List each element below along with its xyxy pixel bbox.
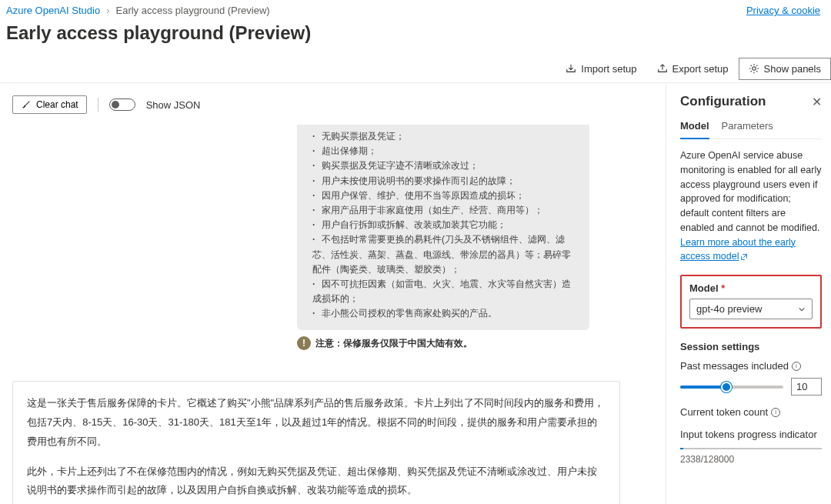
session-settings-title: Session settings xyxy=(680,341,822,352)
token-count-label: Current token count i xyxy=(680,406,822,418)
notice-text: Azure OpenAI service abuse monitoring is… xyxy=(680,150,821,233)
chat-pane: Clear chat Show JSON 无购买票据及凭证； 超出保修期； 购买… xyxy=(0,83,666,504)
list-item: 因用户保管、维护、使用不当等原因造成的损坏； xyxy=(312,189,579,203)
list-item: 用户未按使用说明书的要求操作而引起的故障； xyxy=(312,174,579,189)
broom-icon xyxy=(21,99,32,110)
user-msg-p2: 此外，卡片上还列出了不在保修范围内的情况，例如无购买凭据及凭证、超出保修期、购买… xyxy=(27,462,606,500)
past-messages-slider-row: 10 xyxy=(680,378,822,396)
import-setup-label: Import setup xyxy=(581,63,636,75)
config-tabs: Model Parameters xyxy=(680,120,822,139)
abuse-notice: Azure OpenAI service abuse monitoring is… xyxy=(680,149,822,264)
divider xyxy=(98,98,98,112)
export-icon xyxy=(657,63,668,74)
past-messages-slider[interactable] xyxy=(680,386,783,389)
tab-parameters[interactable]: Parameters xyxy=(722,120,773,139)
note-text: 注意：保修服务仅限于中国大陆有效。 xyxy=(315,337,472,350)
model-select[interactable]: gpt-4o preview xyxy=(689,299,813,319)
info-icon[interactable]: i xyxy=(792,362,801,371)
user-msg-p1: 这是一张关于售后服务保障的卡片。它概述了购买"小熊"品牌系列产品的售后服务政策。… xyxy=(27,394,606,451)
tab-model[interactable]: Model xyxy=(680,120,709,139)
chevron-right-icon: › xyxy=(106,5,109,16)
chevron-down-icon xyxy=(798,305,806,313)
list-item: 超出保修期； xyxy=(312,144,579,159)
model-value: gpt-4o preview xyxy=(696,303,762,315)
list-item: 购买票据及凭证字迹不清晰或涂改过； xyxy=(312,159,579,173)
chat-scroll: 无购买票据及凭证； 超出保修期； 购买票据及凭证字迹不清晰或涂改过； 用户未按使… xyxy=(12,125,653,504)
import-setup-button[interactable]: Import setup xyxy=(556,58,646,80)
learn-more-link[interactable]: Learn more about the early access model xyxy=(680,237,796,262)
breadcrumb-current: Early access playground (Preview) xyxy=(115,5,269,16)
list-item: 不包括时常需要更换的易耗件(刀头及不锈钢组件、滤网、滤芯、活性炭、蒸架、蒸盘、电… xyxy=(312,232,579,277)
show-json-label: Show JSON xyxy=(146,99,201,111)
svg-point-0 xyxy=(752,67,755,70)
show-json-toggle[interactable] xyxy=(109,98,135,111)
import-icon xyxy=(566,63,576,74)
main-area: Clear chat Show JSON 无购买票据及凭证； 超出保修期； 购买… xyxy=(0,82,831,504)
list-item: 无购买票据及凭证； xyxy=(312,129,579,144)
list-item: 非小熊公司授权的零售商家处购买的产品。 xyxy=(312,306,579,321)
gear-icon xyxy=(749,63,759,74)
exclusion-list: 无购买票据及凭证； 超出保修期； 购买票据及凭证字迹不清晰或涂改过； 用户未按使… xyxy=(308,129,579,321)
list-item: 家用产品用于非家庭使用（如生产、经营、商用等）； xyxy=(312,203,579,218)
config-title: Configuration xyxy=(680,94,766,109)
privacy-link[interactable]: Privacy & cookie xyxy=(746,5,820,16)
breadcrumb-root[interactable]: Azure OpenAI Studio xyxy=(6,5,100,16)
config-header: Configuration ✕ xyxy=(680,94,822,109)
past-messages-value[interactable]: 10 xyxy=(791,378,822,396)
list-item: 因不可抗拒因素（如雷电、火灾、地震、水灾等自然灾害）造成损坏的； xyxy=(312,277,579,306)
breadcrumb-row: Azure OpenAI Studio › Early access playg… xyxy=(0,0,831,19)
export-setup-button[interactable]: Export setup xyxy=(647,58,739,80)
token-value: 2338/128000 xyxy=(680,454,822,465)
past-messages-label: Past messages included i xyxy=(680,360,822,372)
clear-chat-button[interactable]: Clear chat xyxy=(12,95,87,114)
close-icon[interactable]: ✕ xyxy=(812,95,822,109)
model-select-box: Model * gpt-4o preview xyxy=(680,275,822,329)
chat-toolbar: Clear chat Show JSON xyxy=(12,95,653,114)
clear-chat-label: Clear chat xyxy=(36,99,78,110)
token-progress-bar xyxy=(680,448,822,449)
info-icon[interactable]: i xyxy=(771,408,780,417)
model-label: Model * xyxy=(689,282,813,294)
external-link-icon xyxy=(740,253,748,261)
toolbar: Import setup Export setup Show panels xyxy=(0,55,831,82)
page-title: Early access playground (Preview) xyxy=(0,19,831,55)
user-message: 这是一张关于售后服务保障的卡片。它概述了购买"小熊"品牌系列产品的售后服务政策。… xyxy=(12,381,620,504)
show-panels-label: Show panels xyxy=(764,63,821,75)
warning-icon: ! xyxy=(297,336,311,350)
token-progress-label: Input tokens progress indicator xyxy=(680,429,822,440)
show-panels-button[interactable]: Show panels xyxy=(739,58,831,80)
breadcrumb: Azure OpenAI Studio › Early access playg… xyxy=(6,5,270,16)
required-star: * xyxy=(721,282,725,294)
assistant-message: 无购买票据及凭证； 超出保修期； 购买票据及凭证字迹不清晰或涂改过； 用户未按使… xyxy=(297,125,589,330)
list-item: 用户自行拆卸或拆解、改装或加装其它功能； xyxy=(312,218,579,232)
export-setup-label: Export setup xyxy=(672,63,729,75)
configuration-panel: Configuration ✕ Model Parameters Azure O… xyxy=(666,83,831,504)
note-row: ! 注意：保修服务仅限于中国大陆有效。 xyxy=(297,336,589,350)
